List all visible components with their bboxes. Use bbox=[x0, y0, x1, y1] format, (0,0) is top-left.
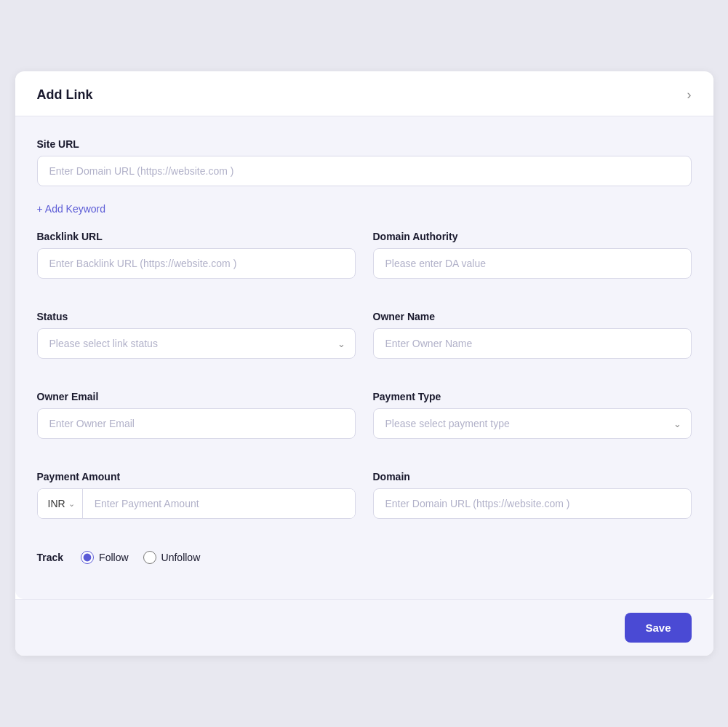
row-status-ownername: Status Please select link status ⌄ Owner… bbox=[37, 311, 692, 375]
payment-amount-label: Payment Amount bbox=[37, 471, 356, 482]
domain-authority-input[interactable] bbox=[373, 248, 692, 279]
payment-type-label: Payment Type bbox=[373, 391, 692, 402]
row-email-paymenttype: Owner Email Payment Type Please select p… bbox=[37, 391, 692, 455]
unfollow-label: Unfollow bbox=[161, 552, 201, 563]
owner-name-group: Owner Name bbox=[373, 311, 692, 359]
follow-option[interactable]: Follow bbox=[81, 551, 128, 564]
currency-chevron-icon: ⌄ bbox=[68, 499, 75, 509]
follow-radio[interactable] bbox=[81, 551, 94, 564]
row-paymentamount-domain: Payment Amount INR ⌄ Domain bbox=[37, 471, 692, 535]
page-title: Add Link bbox=[37, 87, 93, 103]
status-label: Status bbox=[37, 311, 356, 322]
payment-type-select-wrapper: Please select payment type ⌄ bbox=[373, 408, 692, 439]
backlink-url-label: Backlink URL bbox=[37, 231, 356, 242]
card-header: Add Link › bbox=[15, 71, 713, 116]
status-group: Status Please select link status ⌄ bbox=[37, 311, 356, 359]
domain-label: Domain bbox=[373, 471, 692, 482]
site-url-group: Site URL bbox=[37, 138, 692, 186]
unfollow-option[interactable]: Unfollow bbox=[143, 551, 201, 564]
chevron-right-icon[interactable]: › bbox=[687, 87, 692, 103]
card-footer: Save bbox=[15, 599, 713, 656]
card-body: Site URL + Add Keyword Backlink URL Doma… bbox=[15, 116, 713, 599]
owner-name-label: Owner Name bbox=[373, 311, 692, 322]
unfollow-radio[interactable] bbox=[143, 551, 156, 564]
add-keyword-link[interactable]: + Add Keyword bbox=[37, 203, 106, 215]
follow-label: Follow bbox=[99, 552, 128, 563]
currency-select-button[interactable]: INR ⌄ bbox=[38, 489, 83, 518]
payment-amount-group: Payment Amount INR ⌄ bbox=[37, 471, 356, 519]
payment-amount-wrapper: INR ⌄ bbox=[37, 488, 356, 519]
currency-value: INR bbox=[48, 498, 65, 509]
payment-amount-input[interactable] bbox=[83, 489, 355, 518]
owner-email-input[interactable] bbox=[37, 408, 356, 439]
payment-type-group: Payment Type Please select payment type … bbox=[373, 391, 692, 439]
domain-input[interactable] bbox=[373, 488, 692, 519]
owner-name-input[interactable] bbox=[373, 328, 692, 359]
save-button[interactable]: Save bbox=[625, 613, 691, 643]
site-url-input[interactable] bbox=[37, 156, 692, 186]
domain-group: Domain bbox=[373, 471, 692, 519]
status-select[interactable]: Please select link status bbox=[37, 328, 356, 359]
domain-authority-group: Domain Authority bbox=[373, 231, 692, 279]
track-row: Track Follow Unfollow bbox=[37, 551, 692, 564]
site-url-label: Site URL bbox=[37, 138, 692, 150]
backlink-url-input[interactable] bbox=[37, 248, 356, 279]
payment-type-select[interactable]: Please select payment type bbox=[373, 408, 692, 439]
backlink-url-group: Backlink URL bbox=[37, 231, 356, 279]
track-label: Track bbox=[37, 552, 64, 563]
owner-email-label: Owner Email bbox=[37, 391, 356, 402]
row-backlink-da: Backlink URL Domain Authority bbox=[37, 231, 692, 295]
owner-email-group: Owner Email bbox=[37, 391, 356, 439]
domain-authority-label: Domain Authority bbox=[373, 231, 692, 242]
add-link-card: Add Link › Site URL + Add Keyword Backli… bbox=[15, 71, 713, 656]
status-select-wrapper: Please select link status ⌄ bbox=[37, 328, 356, 359]
